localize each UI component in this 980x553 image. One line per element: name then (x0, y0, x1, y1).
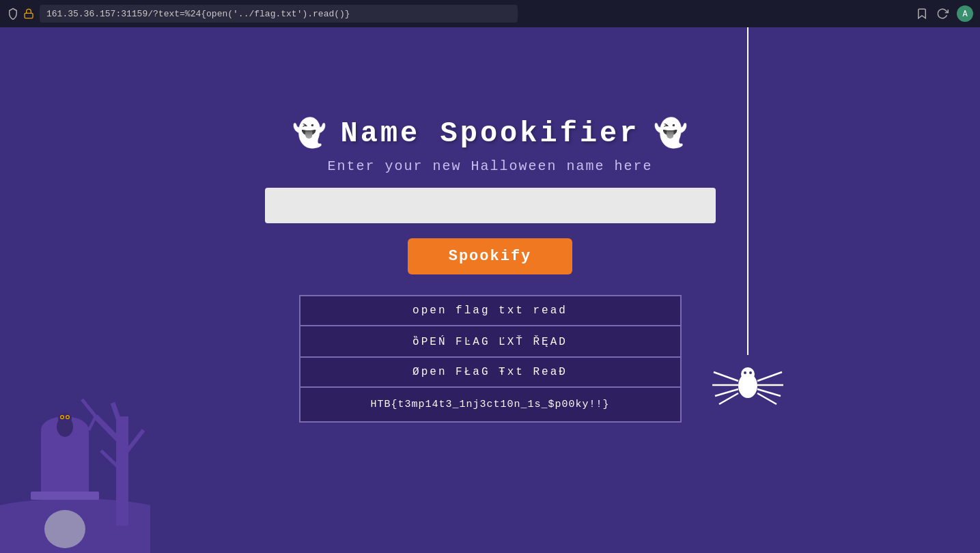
svg-point-30 (61, 416, 64, 419)
table-row: Øpen FŁaG Ŧxt ReaĐ (300, 357, 681, 387)
svg-text:A: A (962, 10, 968, 19)
browser-chrome: 161.35.36.157:31159/?text=%24{open('../f… (0, 0, 980, 27)
svg-line-11 (757, 372, 782, 381)
table-row: HTB{t3mp14t3_1nj3ct10n_1s_$p00ky!!} (300, 387, 681, 422)
svg-point-4 (741, 367, 755, 381)
url-text: 161.35.36.157:31159/?text=%24{open('../f… (46, 9, 350, 19)
address-bar[interactable]: 161.35.36.157:31159/?text=%24{open('../f… (40, 5, 518, 23)
result-row-3: Øpen FŁaG Ŧxt ReaĐ (300, 357, 681, 387)
svg-rect-18 (31, 492, 99, 500)
browser-icons-left (7, 8, 34, 20)
app-title: Name Spookifier (340, 117, 639, 150)
svg-line-7 (714, 372, 738, 381)
bookmark-icon[interactable] (916, 8, 928, 20)
lock-icon (23, 8, 34, 19)
spookify-button[interactable]: Spookify (408, 238, 573, 274)
spider-container (707, 27, 789, 423)
reload-icon[interactable] (936, 8, 949, 20)
svg-line-24 (82, 399, 96, 416)
table-row: open flag txt read (300, 296, 681, 326)
profile-icon[interactable]: A (957, 5, 973, 22)
svg-line-25 (89, 416, 96, 430)
result-row-2: ȍPEŃ FĿAG ĽXŤ ŘĘAD (300, 326, 681, 357)
shield-icon (7, 8, 19, 20)
svg-point-32 (44, 510, 85, 548)
ghost-left-icon: 👻 (292, 117, 326, 150)
result-row-4-flag: HTB{t3mp14t3_1nj3ct10n_1s_$p00ky!!} (300, 387, 681, 422)
spider-thread (747, 27, 748, 355)
svg-point-27 (58, 412, 72, 425)
results-table: open flag txt read ȍPEŃ FĿAG ĽXŤ ŘĘAD Øp… (299, 295, 682, 423)
svg-line-14 (757, 393, 776, 404)
spider-icon (707, 355, 789, 423)
app-subtitle: Enter your new Halloween name here (327, 158, 652, 174)
svg-line-10 (719, 393, 738, 404)
name-input[interactable] (265, 188, 716, 223)
result-row-1: open flag txt read (300, 296, 681, 326)
table-row: ȍPEŃ FĿAG ĽXŤ ŘĘAD (300, 326, 681, 357)
browser-right-icons: A (916, 5, 973, 22)
left-scene-decoration (0, 294, 150, 553)
svg-point-31 (67, 416, 69, 419)
svg-rect-0 (25, 13, 33, 18)
svg-point-5 (744, 371, 746, 374)
ghost-right-icon: 👻 (654, 117, 688, 150)
svg-point-6 (749, 371, 752, 374)
title-row: 👻 Name Spookifier 👻 (292, 117, 687, 150)
